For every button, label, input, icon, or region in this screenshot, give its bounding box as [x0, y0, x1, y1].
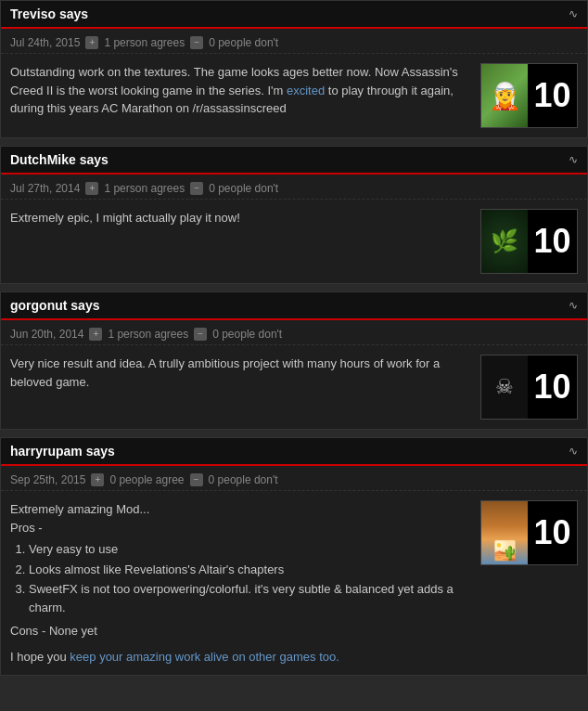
pro-3-harryrupam: SweetFX is not too overpowering/colorful…	[29, 580, 471, 616]
review-meta-dutchmike: Jul 27th, 2014 + 1 person agrees − 0 peo…	[1, 175, 587, 200]
review-username-treviso: Treviso says	[10, 6, 88, 21]
review-date-dutchmike: Jul 27th, 2014	[10, 182, 80, 195]
review-agrees-gorgonut: 1 person agrees	[108, 328, 188, 341]
highlight-outro: keep your amazing work alive on other ga…	[70, 650, 339, 664]
avatar-treviso	[481, 63, 528, 128]
review-intro-harryrupam: Extremely amazing Mod...	[10, 500, 471, 519]
review-pros-list-harryrupam: Very easy to use Looks almost like Revel…	[10, 540, 471, 616]
review-treviso: Treviso says ∿ Jul 24th, 2015 + 1 person…	[0, 0, 588, 138]
review-meta-harryrupam: Sep 25th, 2015 + 0 people agree − 0 peop…	[1, 466, 587, 491]
agree-icon-treviso[interactable]: +	[85, 36, 98, 49]
review-disagrees-dutchmike: 0 people don't	[209, 182, 278, 195]
review-text-harryrupam: Extremely amazing Mod... Pros - Very eas…	[10, 500, 471, 666]
rss-icon-gorgonut: ∿	[569, 299, 578, 312]
rss-icon-treviso: ∿	[569, 7, 578, 20]
review-username-dutchmike: DutchMike says	[10, 152, 109, 167]
highlight-excited: excited	[287, 84, 325, 97]
review-meta-gorgonut: Jun 20th, 2014 + 1 person agrees − 0 peo…	[1, 320, 587, 345]
review-cons-harryrupam: Cons - None yet	[10, 622, 471, 640]
review-header-harryrupam: harryrupam says ∿	[1, 438, 587, 466]
avatar-harryrupam	[481, 500, 528, 565]
score-number-harryrupam: 10	[528, 513, 577, 552]
score-box-gorgonut: 10	[480, 355, 578, 420]
score-container-treviso: 10	[480, 63, 578, 128]
agree-icon-harryrupam[interactable]: +	[91, 473, 104, 486]
score-container-harryrupam: 10	[480, 500, 578, 565]
pro-1-harryrupam: Very easy to use	[29, 540, 471, 559]
review-agrees-harryrupam: 0 people agree	[109, 473, 184, 486]
review-harryrupam: harryrupam says ∿ Sep 25th, 2015 + 0 peo…	[0, 437, 588, 676]
review-header-gorgonut: gorgonut says ∿	[1, 292, 587, 320]
review-disagrees-treviso: 0 people don't	[209, 36, 278, 49]
avatar-gorgonut	[481, 355, 528, 420]
score-number-gorgonut: 10	[528, 368, 577, 407]
review-text-treviso: Outstanding work on the textures. The ga…	[10, 63, 471, 118]
review-gorgonut: gorgonut says ∿ Jun 20th, 2014 + 1 perso…	[0, 291, 588, 430]
review-content-gorgonut: Very nice result and idea. A trully ambi…	[1, 345, 587, 429]
review-outro-harryrupam: I hope you keep your amazing work alive …	[10, 648, 471, 666]
review-meta-treviso: Jul 24th, 2015 + 1 person agrees − 0 peo…	[1, 29, 587, 54]
agree-icon-gorgonut[interactable]: +	[89, 328, 102, 341]
review-agrees-dutchmike: 1 person agrees	[104, 182, 185, 195]
pro-2-harryrupam: Looks almost like Revelations's Altair's…	[29, 561, 471, 579]
review-username-gorgonut: gorgonut says	[10, 298, 99, 313]
review-content-treviso: Outstanding work on the textures. The ga…	[1, 54, 587, 137]
score-container-dutchmike: 10	[480, 209, 578, 274]
review-header-dutchmike: DutchMike says ∿	[1, 147, 587, 175]
review-disagrees-harryrupam: 0 people don't	[209, 473, 278, 486]
disagree-icon-treviso[interactable]: −	[190, 36, 203, 49]
agree-icon-dutchmike[interactable]: +	[85, 182, 98, 195]
review-date-treviso: Jul 24th, 2015	[10, 36, 80, 49]
avatar-dutchmike	[481, 209, 528, 274]
score-container-gorgonut: 10	[480, 355, 578, 420]
rss-icon-dutchmike: ∿	[569, 153, 578, 166]
review-pros-label-harryrupam: Pros -	[10, 519, 471, 537]
review-agrees-treviso: 1 person agrees	[104, 36, 185, 49]
review-date-gorgonut: Jun 20th, 2014	[10, 328, 83, 341]
score-number-treviso: 10	[528, 76, 577, 115]
review-header-treviso: Treviso says ∿	[1, 1, 587, 29]
score-box-treviso: 10	[480, 63, 578, 128]
review-disagrees-gorgonut: 0 people don't	[212, 328, 282, 341]
score-box-harryrupam: 10	[480, 500, 578, 565]
review-text-gorgonut: Very nice result and idea. A trully ambi…	[10, 355, 471, 391]
review-content-harryrupam: Extremely amazing Mod... Pros - Very eas…	[1, 491, 587, 675]
review-username-harryrupam: harryrupam says	[10, 444, 115, 459]
review-date-harryrupam: Sep 25th, 2015	[10, 473, 85, 486]
disagree-icon-dutchmike[interactable]: −	[190, 182, 203, 195]
score-number-dutchmike: 10	[528, 222, 577, 261]
disagree-icon-gorgonut[interactable]: −	[194, 328, 207, 341]
disagree-icon-harryrupam[interactable]: −	[190, 473, 203, 486]
review-content-dutchmike: Extremely epic, I might actually play it…	[1, 200, 587, 283]
rss-icon-harryrupam: ∿	[569, 445, 578, 458]
review-text-dutchmike: Extremely epic, I might actually play it…	[10, 209, 471, 227]
review-dutchmike: DutchMike says ∿ Jul 27th, 2014 + 1 pers…	[0, 146, 588, 284]
score-box-dutchmike: 10	[480, 209, 578, 274]
